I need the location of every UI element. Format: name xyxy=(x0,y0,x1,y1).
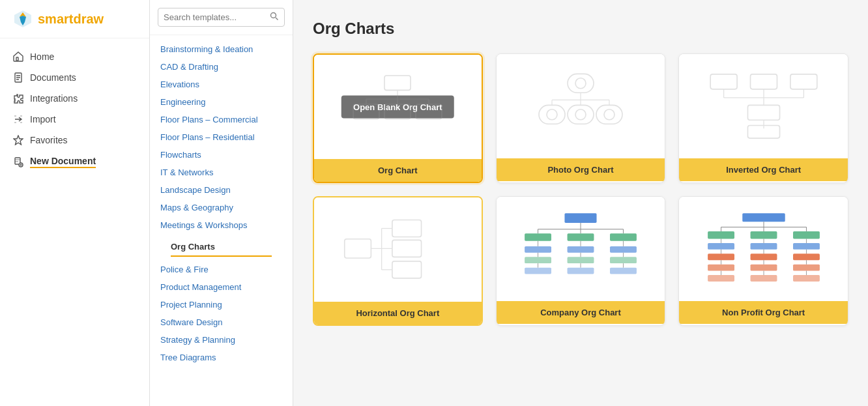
svg-point-26 xyxy=(547,109,557,120)
card-label-photo-org-chart: Photo Org Chart xyxy=(497,158,665,181)
smartdraw-logo-icon xyxy=(13,9,33,29)
category-item-flowcharts[interactable]: Flowcharts xyxy=(150,146,293,164)
star-icon xyxy=(13,135,23,145)
card-label-company-org-chart: Company Org Chart xyxy=(497,301,665,324)
category-item-landscape[interactable]: Landscape Design xyxy=(150,181,293,199)
document-icon xyxy=(13,72,23,83)
category-item-software-design[interactable]: Software Design xyxy=(150,313,293,331)
puzzle-icon xyxy=(13,93,23,104)
search-box[interactable] xyxy=(158,8,285,27)
card-preview-org-chart: Open Blank Org Chart xyxy=(314,55,482,159)
svg-rect-65 xyxy=(610,246,637,253)
svg-rect-9 xyxy=(384,76,411,90)
svg-rect-31 xyxy=(710,74,737,89)
svg-rect-18 xyxy=(568,74,594,93)
new-doc-icon xyxy=(13,157,23,167)
svg-point-8 xyxy=(271,13,276,18)
category-item-engineering[interactable]: Engineering xyxy=(150,93,293,111)
left-navigation: smartdraw Home Documents Integrations xyxy=(0,0,150,406)
category-item-it-networks[interactable]: IT & Networks xyxy=(150,164,293,181)
svg-rect-96 xyxy=(708,254,734,260)
svg-rect-71 xyxy=(610,257,637,263)
templates-grid: Open Blank Org Chart Org Chart xyxy=(313,53,848,326)
template-card-company-org-chart[interactable]: Company Org Chart xyxy=(496,196,666,326)
svg-rect-102 xyxy=(708,265,734,271)
home-icon xyxy=(13,51,23,62)
svg-rect-69 xyxy=(525,257,551,263)
svg-rect-48 xyxy=(392,240,422,257)
section-title: Org Charts xyxy=(313,20,848,38)
search-button[interactable] xyxy=(270,12,279,23)
template-card-non-profit-org-chart[interactable]: Non Profit Org Chart xyxy=(678,196,848,326)
card-preview-company-org-chart xyxy=(497,197,665,301)
svg-rect-90 xyxy=(708,243,734,250)
svg-marker-5 xyxy=(14,136,23,145)
svg-rect-63 xyxy=(525,246,551,253)
svg-rect-42 xyxy=(345,239,371,258)
svg-rect-57 xyxy=(525,233,551,240)
svg-rect-29 xyxy=(596,105,622,124)
template-card-org-chart[interactable]: Open Blank Org Chart Org Chart xyxy=(313,53,483,183)
nav-item-favorites[interactable]: Favorites xyxy=(0,130,149,151)
category-item-tree-diagrams[interactable]: Tree Diagrams xyxy=(150,349,293,366)
svg-rect-110 xyxy=(793,275,820,282)
category-item-brainstorming[interactable]: Brainstorming & Ideation xyxy=(150,40,293,58)
svg-rect-103 xyxy=(750,265,777,271)
svg-rect-17 xyxy=(416,104,442,119)
svg-rect-70 xyxy=(568,257,594,263)
svg-rect-104 xyxy=(793,265,820,271)
template-card-inverted-org-chart[interactable]: Inverted Org Chart xyxy=(678,53,848,183)
search-input[interactable] xyxy=(164,12,270,22)
category-item-elevations[interactable]: Elevations xyxy=(150,76,293,93)
nav-item-home[interactable]: Home xyxy=(0,46,149,67)
category-item-org-charts[interactable]: Org Charts xyxy=(150,234,293,261)
card-preview-non-profit-org-chart xyxy=(679,197,848,301)
svg-rect-91 xyxy=(750,243,777,250)
svg-rect-75 xyxy=(525,268,551,274)
svg-rect-77 xyxy=(610,268,637,274)
template-card-photo-org-chart[interactable]: Photo Org Chart xyxy=(496,53,666,183)
card-label-org-chart: Org Chart xyxy=(314,159,482,182)
category-item-floor-commercial[interactable]: Floor Plans – Commercial xyxy=(150,111,293,128)
svg-rect-32 xyxy=(750,74,777,89)
svg-rect-59 xyxy=(610,233,637,240)
nav-item-import[interactable]: Import xyxy=(0,109,149,130)
card-preview-horizontal-org-chart xyxy=(314,197,482,302)
svg-rect-108 xyxy=(708,275,734,282)
template-card-horizontal-org-chart[interactable]: Horizontal Org Chart xyxy=(313,196,483,326)
category-item-maps[interactable]: Maps & Geography xyxy=(150,199,293,216)
svg-rect-50 xyxy=(392,261,422,278)
svg-rect-46 xyxy=(392,220,422,237)
category-item-meetings[interactable]: Meetings & Workshops xyxy=(150,216,293,234)
svg-rect-84 xyxy=(708,231,734,239)
card-label-inverted-org-chart: Inverted Org Chart xyxy=(679,158,848,181)
category-item-cad[interactable]: CAD & Drafting xyxy=(150,58,293,76)
category-item-project-planning[interactable]: Project Planning xyxy=(150,296,293,313)
svg-point-30 xyxy=(604,109,615,120)
svg-rect-51 xyxy=(564,213,596,223)
svg-rect-16 xyxy=(384,104,411,119)
nav-item-documents[interactable]: Documents xyxy=(0,67,149,88)
search-icon xyxy=(270,12,279,21)
svg-rect-33 xyxy=(790,74,817,89)
category-item-floor-residential[interactable]: Floor Plans – Residential xyxy=(150,128,293,146)
svg-point-19 xyxy=(575,78,586,89)
svg-rect-98 xyxy=(793,254,820,260)
nav-item-new-document[interactable]: New Document xyxy=(0,151,149,173)
svg-rect-85 xyxy=(750,231,777,239)
import-icon xyxy=(13,114,23,124)
category-panel: Brainstorming & Ideation CAD & Drafting … xyxy=(150,0,293,406)
svg-point-28 xyxy=(575,109,586,120)
nav-item-integrations[interactable]: Integrations xyxy=(0,88,149,109)
svg-rect-78 xyxy=(742,213,785,222)
svg-rect-76 xyxy=(568,268,594,274)
card-preview-photo-org-chart xyxy=(497,54,665,158)
svg-rect-39 xyxy=(747,105,779,120)
category-item-police-fire[interactable]: Police & Fire xyxy=(150,261,293,278)
category-item-product-mgmt[interactable]: Product Management xyxy=(150,278,293,296)
svg-rect-86 xyxy=(793,231,820,239)
svg-rect-3 xyxy=(16,57,18,61)
svg-rect-15 xyxy=(353,104,379,119)
category-item-strategy[interactable]: Strategy & Planning xyxy=(150,331,293,349)
svg-rect-25 xyxy=(539,105,565,124)
